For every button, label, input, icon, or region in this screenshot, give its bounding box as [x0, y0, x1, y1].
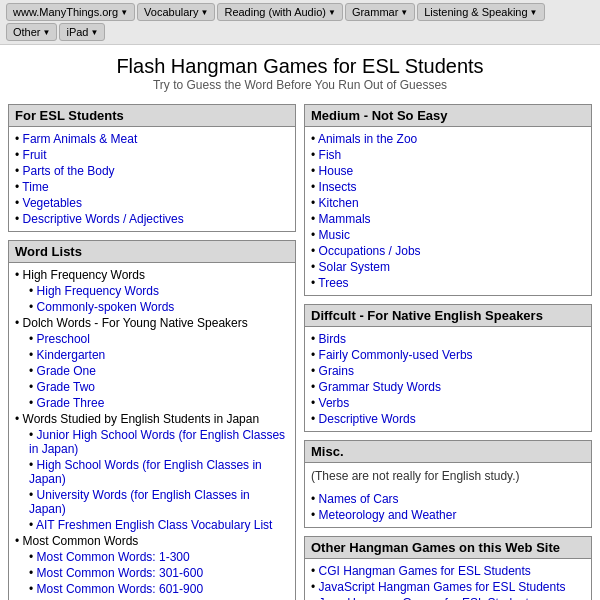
list-item: Birds — [311, 331, 585, 347]
dropdown-arrow: ▼ — [530, 8, 538, 17]
junior-high-link[interactable]: Junior High School Words (for English Cl… — [29, 428, 285, 456]
medium-section: Medium - Not So Easy Animals in the Zoo … — [304, 104, 592, 296]
list-item: Most Common Words: 601-900 — [29, 581, 289, 597]
nav-grammar[interactable]: Grammar ▼ — [345, 3, 415, 21]
common-1-300-link[interactable]: Most Common Words: 1-300 — [37, 550, 190, 564]
names-cars-link[interactable]: Names of Cars — [319, 492, 399, 506]
kindergarten-link[interactable]: Kindergarten — [37, 348, 106, 362]
preschool-link[interactable]: Preschool — [37, 332, 90, 346]
wl-subgroup: Most Common Words: 1-300 Most Common Wor… — [15, 549, 289, 597]
misc-body: (These are not really for English study.… — [305, 463, 591, 527]
solar-system-link[interactable]: Solar System — [319, 260, 390, 274]
medium-header: Medium - Not So Easy — [305, 105, 591, 127]
for-esl-section: For ESL Students Farm Animals & Meat Fru… — [8, 104, 296, 232]
list-item: Fruit — [15, 147, 289, 163]
nav-other[interactable]: Other ▼ — [6, 23, 57, 41]
vegetables-link[interactable]: Vegetables — [23, 196, 82, 210]
descriptive-words-link[interactable]: Descriptive Words / Adjectives — [23, 212, 184, 226]
medium-body: Animals in the Zoo Fish House Insects Ki… — [305, 127, 591, 295]
list-item: Java Hangman Games for ESL Students — [311, 595, 585, 600]
grade-one-link[interactable]: Grade One — [37, 364, 96, 378]
dropdown-arrow: ▼ — [43, 28, 51, 37]
commonly-spoken-link[interactable]: Commonly-spoken Words — [37, 300, 175, 314]
difficult-section: Diffcult - For Native English Speakers B… — [304, 304, 592, 432]
list-item: Insects — [311, 179, 585, 195]
grains-link[interactable]: Grains — [319, 364, 354, 378]
animals-zoo-link[interactable]: Animals in the Zoo — [318, 132, 417, 146]
page-title: Flash Hangman Games for ESL Students — [0, 55, 600, 78]
wl-subgroup: High Frequency Words Commonly-spoken Wor… — [15, 283, 289, 315]
trees-link[interactable]: Trees — [318, 276, 348, 290]
nav-reading[interactable]: Reading (with Audio) ▼ — [217, 3, 342, 21]
mammals-link[interactable]: Mammals — [319, 212, 371, 226]
navbar: www.ManyThings.org ▼ Vocabulary ▼ Readin… — [0, 0, 600, 45]
list-item: JavaScript Hangman Games for ESL Student… — [311, 579, 585, 595]
parts-body-link[interactable]: Parts of the Body — [23, 164, 115, 178]
list-item: Fairly Commonly-used Verbs — [311, 347, 585, 363]
list-item: Descriptive Words / Adjectives — [15, 211, 289, 227]
wl-group: Words Studied by English Students in Jap… — [15, 411, 289, 427]
house-link[interactable]: House — [319, 164, 354, 178]
list-item: Most Common Words: 301-600 — [29, 565, 289, 581]
fairly-common-verbs-link[interactable]: Fairly Commonly-used Verbs — [319, 348, 473, 362]
list-item: Vegetables — [15, 195, 289, 211]
misc-note: (These are not really for English study.… — [311, 467, 585, 487]
kitchen-link[interactable]: Kitchen — [319, 196, 359, 210]
js-hangman-link[interactable]: JavaScript Hangman Games for ESL Student… — [319, 580, 566, 594]
cgi-hangman-link[interactable]: CGI Hangman Games for ESL Students — [319, 564, 531, 578]
nav-vocabulary[interactable]: Vocabulary ▼ — [137, 3, 215, 21]
ait-link[interactable]: AIT Freshmen English Class Vocabulary Li… — [36, 518, 273, 532]
farm-animals-link[interactable]: Farm Animals & Meat — [23, 132, 138, 146]
university-link[interactable]: University Words (for English Classes in… — [29, 488, 250, 516]
grammar-study-words-link[interactable]: Grammar Study Words — [319, 380, 441, 394]
high-freq-words-link[interactable]: High Frequency Words — [37, 284, 160, 298]
list-item: Parts of the Body — [15, 163, 289, 179]
list-item: Trees — [311, 275, 585, 291]
fish-link[interactable]: Fish — [319, 148, 342, 162]
word-lists-body: High Frequency Words High Frequency Word… — [9, 263, 295, 600]
list-item: Time — [15, 179, 289, 195]
java-hangman-link[interactable]: Java Hangman Games for ESL Students — [319, 596, 535, 600]
for-esl-header: For ESL Students — [9, 105, 295, 127]
high-school-link[interactable]: High School Words (for English Classes i… — [29, 458, 262, 486]
for-esl-body: Farm Animals & Meat Fruit Parts of the B… — [9, 127, 295, 231]
nav-ipad[interactable]: iPad ▼ — [59, 23, 105, 41]
common-301-600-link[interactable]: Most Common Words: 301-600 — [37, 566, 204, 580]
list-item: Kitchen — [311, 195, 585, 211]
list-item: High Frequency Words — [29, 283, 289, 299]
list-item: Commonly-spoken Words — [29, 299, 289, 315]
wl-group: Dolch Words - For Young Native Speakers — [15, 315, 289, 331]
list-item: Grade Two — [29, 379, 289, 395]
list-item: Mammals — [311, 211, 585, 227]
grade-three-link[interactable]: Grade Three — [37, 396, 105, 410]
insects-link[interactable]: Insects — [319, 180, 357, 194]
meteorology-link[interactable]: Meteorology and Weather — [319, 508, 457, 522]
list-item: Descriptive Words — [311, 411, 585, 427]
music-link[interactable]: Music — [319, 228, 350, 242]
list-item: Kindergarten — [29, 347, 289, 363]
difficult-header: Diffcult - For Native English Speakers — [305, 305, 591, 327]
list-item: Farm Animals & Meat — [15, 131, 289, 147]
list-item: Most Common Words: 1-300 — [29, 549, 289, 565]
list-item: House — [311, 163, 585, 179]
nav-manythings[interactable]: www.ManyThings.org ▼ — [6, 3, 135, 21]
verbs-link[interactable]: Verbs — [319, 396, 350, 410]
list-item: AIT Freshmen English Class Vocabulary Li… — [29, 517, 289, 533]
fruit-link[interactable]: Fruit — [23, 148, 47, 162]
main-content: For ESL Students Farm Animals & Meat Fru… — [0, 98, 600, 600]
other-games-body: CGI Hangman Games for ESL Students JavaS… — [305, 559, 591, 600]
nav-listening[interactable]: Listening & Speaking ▼ — [417, 3, 544, 21]
list-item: CGI Hangman Games for ESL Students — [311, 563, 585, 579]
list-item: Grade One — [29, 363, 289, 379]
list-item: High School Words (for English Classes i… — [29, 457, 289, 487]
list-item: University Words (for English Classes in… — [29, 487, 289, 517]
grade-two-link[interactable]: Grade Two — [37, 380, 95, 394]
list-item: Grade Three — [29, 395, 289, 411]
birds-link[interactable]: Birds — [319, 332, 346, 346]
time-link[interactable]: Time — [22, 180, 48, 194]
list-item: Names of Cars — [311, 491, 585, 507]
occupations-link[interactable]: Occupations / Jobs — [319, 244, 421, 258]
descriptive-words-native-link[interactable]: Descriptive Words — [319, 412, 416, 426]
common-601-900-link[interactable]: Most Common Words: 601-900 — [37, 582, 204, 596]
wl-group: Most Common Words — [15, 533, 289, 549]
